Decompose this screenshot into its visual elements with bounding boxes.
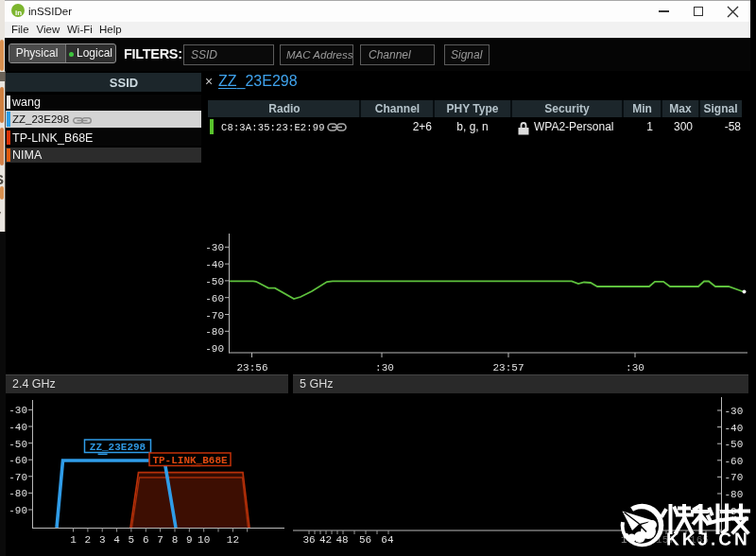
svg-text:8: 8 [172,534,179,546]
svg-text:3: 3 [99,534,106,546]
svg-text:-30: -30 [9,405,27,416]
svg-text:-40: -40 [725,423,744,434]
svg-text::30: :30 [375,362,394,374]
svg-text:TP-LINK_B68E: TP-LINK_B68E [152,455,228,466]
svg-text:12: 12 [227,534,239,546]
svg-text::30: :30 [626,362,644,374]
svg-text:-60: -60 [725,456,744,467]
svg-text:10: 10 [198,534,210,546]
svg-text:23:56: 23:56 [236,362,267,374]
svg-text:-30: -30 [725,406,744,417]
svg-text:5: 5 [129,534,135,546]
svg-text:-90: -90 [9,505,27,516]
svg-text:-70: -70 [9,472,27,483]
svg-text:-40: -40 [9,422,27,433]
svg-text:-50: -50 [9,439,27,450]
svg-text:ZZ_23E298: ZZ_23E298 [90,442,146,453]
svg-text:-60: -60 [9,455,27,466]
svg-text:1: 1 [70,534,77,546]
svg-text:-50: -50 [205,276,224,287]
svg-text:-80: -80 [9,488,27,499]
svg-text:-80: -80 [205,326,224,338]
svg-text:23:57: 23:57 [492,362,524,374]
svg-text:4: 4 [113,534,120,546]
svg-text:56: 56 [359,534,371,546]
svg-text:-90: -90 [205,343,224,355]
svg-text:KKJ.CN: KKJ.CN [666,530,750,549]
svg-text:48: 48 [335,534,348,546]
svg-text:6: 6 [143,534,149,546]
svg-text:2: 2 [85,534,92,546]
svg-text:-50: -50 [725,439,744,450]
svg-text:-30: -30 [205,242,224,253]
svg-text:-70: -70 [205,310,224,321]
svg-text:7: 7 [157,534,163,546]
svg-text:42: 42 [319,534,332,546]
svg-text:-40: -40 [205,259,224,270]
svg-text:9: 9 [186,534,193,546]
svg-text:36: 36 [302,534,315,546]
svg-text:-60: -60 [205,293,224,304]
svg-text:64: 64 [381,534,394,546]
